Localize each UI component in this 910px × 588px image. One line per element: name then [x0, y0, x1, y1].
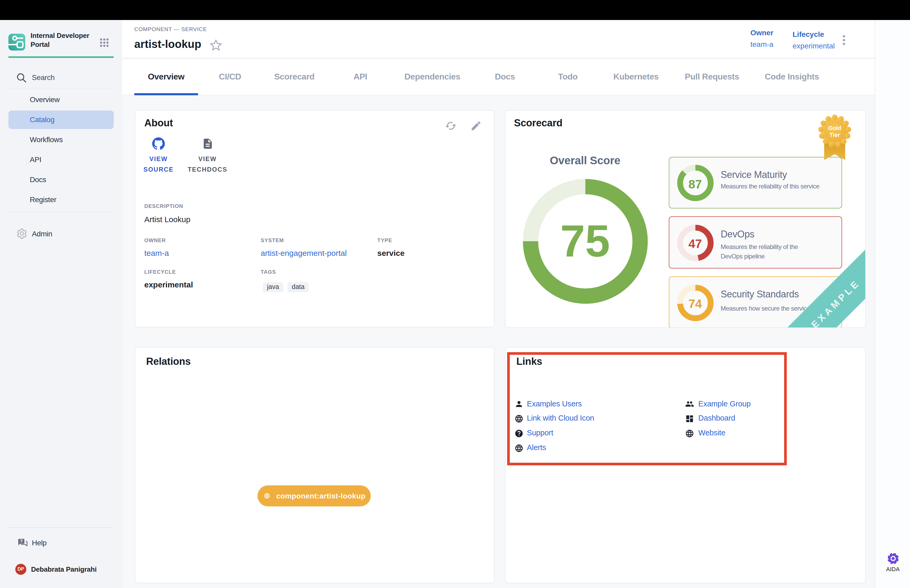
svg-text:Tier: Tier: [829, 131, 840, 138]
svg-text:?: ?: [20, 539, 23, 543]
svg-text:Gold: Gold: [828, 124, 841, 131]
